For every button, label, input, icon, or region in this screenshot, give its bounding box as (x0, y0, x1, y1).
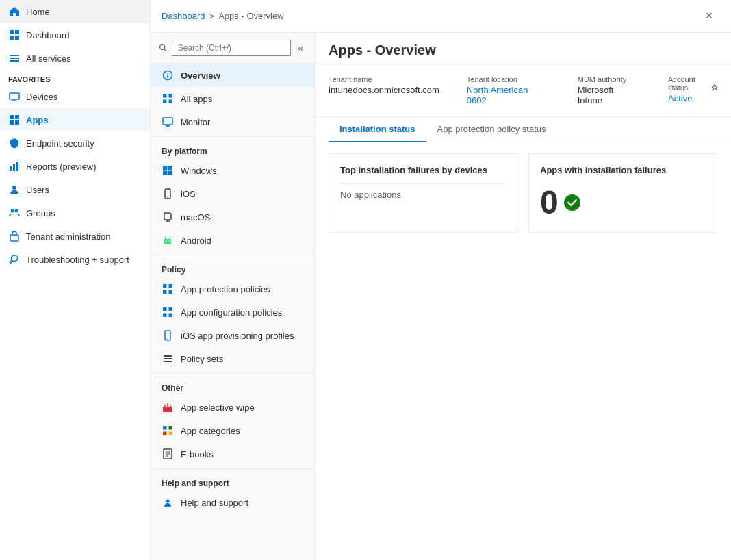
close-button[interactable]: × (698, 5, 720, 27)
svg-rect-66 (169, 432, 173, 436)
apps-failures-number: 0 (540, 183, 559, 221)
nav-item-ebooks[interactable]: E-books (151, 442, 314, 466)
svg-rect-57 (164, 358, 172, 359)
svg-point-37 (167, 196, 168, 198)
sidebar-item-dashboard[interactable]: Dashboard (0, 23, 150, 47)
svg-rect-41 (164, 239, 171, 244)
monitor-icon (162, 116, 174, 128)
nav-item-windows[interactable]: Windows (151, 159, 314, 182)
ebooks-icon (162, 448, 174, 460)
users-icon (8, 183, 21, 196)
svg-rect-64 (169, 426, 173, 430)
svg-rect-65 (163, 432, 167, 436)
svg-point-43 (169, 241, 170, 242)
nav-item-label: macOS (181, 212, 210, 222)
cards-area: Top installation failures by devices No … (315, 142, 731, 244)
nav-collapse-button[interactable]: « (295, 41, 306, 55)
nav-item-macos[interactable]: macOS (151, 205, 314, 229)
security-icon (8, 137, 21, 149)
nav-item-label: App protection policies (181, 284, 270, 294)
svg-rect-35 (168, 171, 173, 176)
app-protection-icon (162, 283, 174, 295)
tab-installation-status[interactable]: Installation status (329, 117, 426, 142)
sidebar-item-users[interactable]: Users (0, 178, 150, 201)
apps-icon (8, 114, 21, 126)
mdm-authority-label: MDM authority (578, 75, 641, 84)
nav-divider (151, 468, 314, 469)
panel-content: Apps - Overview Tenant name intunedocs.o… (315, 33, 731, 560)
svg-line-44 (165, 237, 166, 239)
info-collapse-button[interactable] (709, 84, 720, 97)
sidebar-item-apps[interactable]: Apps (0, 108, 150, 131)
svg-rect-26 (169, 94, 173, 98)
nav-item-label: Monitor (181, 117, 210, 127)
tenant-location-label: Tenant location (467, 75, 550, 84)
sidebar-item-home[interactable]: Home (0, 0, 150, 23)
tab-app-protection-policy[interactable]: App protection policy status (426, 117, 557, 142)
nav-item-all-apps[interactable]: All apps (151, 87, 314, 110)
tenant-location-value[interactable]: North American 0602 (467, 85, 550, 105)
info-card: Tenant name intunedocs.onmicrosoft.com T… (315, 64, 731, 117)
nav-item-label: Help and support (181, 498, 248, 508)
app-config-icon (162, 306, 174, 318)
svg-rect-28 (169, 100, 173, 104)
apps-failures-title: Apps with installation failures (540, 165, 706, 175)
top-failures-card: Top installation failures by devices No … (329, 153, 517, 233)
tenant-name-label: Tenant name (329, 75, 439, 84)
breadcrumb-parent[interactable]: Dashboard (162, 11, 205, 21)
nav-item-ios-provisioning[interactable]: iOS app provisioning profiles (151, 324, 314, 347)
breadcrumb-current: Apps - Overview (218, 11, 283, 21)
svg-rect-63 (163, 426, 167, 430)
svg-rect-46 (163, 284, 167, 288)
nav-item-app-categories[interactable]: App categories (151, 419, 314, 442)
nav-item-android[interactable]: Android (151, 229, 314, 252)
svg-point-55 (167, 338, 168, 340)
nav-divider (151, 255, 314, 255)
nav-section-by-platform: By platform (151, 140, 314, 159)
nav-item-monitor[interactable]: Monitor (151, 110, 314, 133)
success-check-icon (564, 194, 580, 211)
breadcrumb-separator: > (209, 11, 215, 21)
sidebar-item-troubleshooting[interactable]: Troubleshooting + support (0, 248, 150, 271)
nav-item-app-wipe[interactable]: App selective wipe (151, 396, 314, 419)
nav-item-help-support[interactable]: Help and support (151, 491, 314, 514)
top-failures-title: Top installation failures by devices (340, 165, 506, 175)
svg-rect-15 (16, 162, 18, 171)
svg-rect-58 (164, 361, 172, 362)
svg-rect-38 (164, 213, 171, 220)
svg-rect-7 (10, 93, 19, 99)
nav-section-other: Other (151, 377, 314, 396)
home-icon (8, 5, 21, 18)
all-apps-icon (162, 92, 174, 105)
tenant-location-group: Tenant location North American 0602 (467, 75, 550, 105)
nav-item-app-protection[interactable]: App protection policies (151, 277, 314, 301)
nav-item-ios[interactable]: iOS (151, 182, 314, 205)
sidebar-item-groups[interactable]: Groups (0, 201, 150, 225)
groups-icon (8, 207, 21, 219)
nav-item-label: Overview (181, 71, 220, 81)
nav-item-policy-sets[interactable]: Policy sets (151, 347, 314, 370)
svg-rect-52 (163, 314, 167, 318)
svg-point-20 (160, 44, 165, 49)
nav-section-policy: Policy (151, 258, 314, 277)
svg-rect-19 (10, 235, 18, 241)
sidebar-item-label: Devices (26, 92, 57, 102)
windows-icon (162, 164, 174, 177)
sidebar-item-endpoint-security[interactable]: Endpoint security (0, 131, 150, 155)
svg-rect-32 (163, 166, 168, 170)
sidebar-item-reports[interactable]: Reports (preview) (0, 155, 150, 178)
nav-item-label: Android (181, 236, 211, 246)
sidebar-item-tenant-admin[interactable]: Tenant administration (0, 225, 150, 248)
nav-item-label: E-books (181, 449, 214, 459)
macos-icon (162, 211, 174, 223)
sidebar-item-devices[interactable]: Devices (0, 85, 150, 108)
sidebar-item-all-services[interactable]: All services (0, 47, 150, 70)
nav-item-app-config[interactable]: App configuration policies (151, 301, 314, 324)
page-title: Apps - Overview (329, 42, 717, 58)
sidebar-item-label: Dashboard (26, 30, 70, 40)
svg-rect-3 (15, 36, 19, 40)
nav-item-overview[interactable]: Overview (151, 64, 314, 87)
search-input[interactable] (172, 40, 292, 56)
svg-point-24 (167, 73, 168, 74)
svg-rect-13 (10, 166, 12, 171)
